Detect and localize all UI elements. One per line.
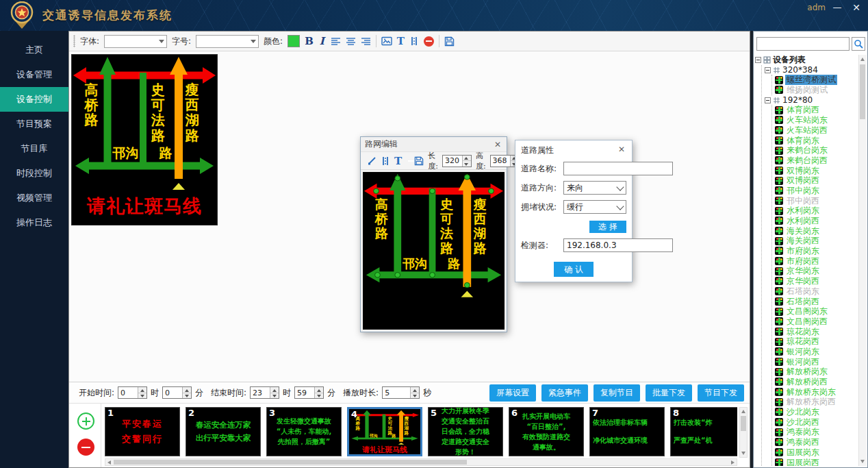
dialog-titlebar[interactable]: 道路属性 ✕	[521, 145, 626, 156]
road-tool-button[interactable]	[409, 36, 419, 46]
spinner-arrows[interactable]	[410, 387, 419, 398]
align-center-button[interactable]	[346, 37, 356, 46]
tree-device-item[interactable]: 琼花岗东	[772, 327, 858, 337]
scroll-up-icon[interactable]	[860, 58, 865, 61]
tree-device-item[interactable]: 邗中岗西	[772, 196, 858, 206]
editor-canvas[interactable]: 高桥路 史可法路 瘦西湖路 邗沟 路 请礼让斑马线	[363, 172, 505, 330]
tree-root-row[interactable]: 设备列表	[755, 55, 858, 65]
select-detector-button[interactable]: 选 择	[589, 221, 626, 233]
tree-device-item[interactable]: 体育岗西	[772, 105, 858, 115]
font-size-select[interactable]	[196, 35, 259, 48]
start-minute-spinner[interactable]: 0	[162, 386, 192, 399]
italic-button[interactable]: I	[318, 35, 326, 47]
delete-button[interactable]	[424, 36, 434, 47]
save-button[interactable]	[414, 156, 424, 166]
sidebar-item[interactable]: 设备控制	[0, 87, 68, 112]
road-name-input[interactable]	[563, 162, 673, 175]
tree-device-item[interactable]: 邗中岗东	[772, 186, 858, 196]
program-thumbnail[interactable]: 8 打击改装“炸严查严处“机	[670, 407, 737, 456]
tree-device-item[interactable]: 维扬岗测试	[772, 85, 858, 95]
tree-device-item[interactable]: 水利岗东	[772, 206, 858, 216]
tree-device-item[interactable]: 螺丝湾桥测试	[772, 75, 858, 85]
playback-action-button[interactable]: 批量下发	[646, 384, 692, 402]
playback-action-button[interactable]: 复制节目	[593, 384, 640, 402]
close-icon[interactable]: ✕	[493, 140, 502, 149]
tree-device-item[interactable]: 文昌阁岗东	[772, 306, 858, 317]
bold-button[interactable]: B	[305, 35, 314, 47]
scroll-right-icon[interactable]	[731, 460, 735, 465]
vertical-scrollbar[interactable]	[739, 407, 748, 458]
confirm-button[interactable]: 确 认	[554, 262, 593, 277]
road-direction-select[interactable]: 来向	[563, 181, 626, 195]
scrollbar-thumb[interactable]	[114, 460, 467, 465]
text-tool-button[interactable]: T	[394, 155, 402, 167]
tree-group-row[interactable]: 192*80	[762, 95, 858, 106]
tree-device-item[interactable]: 京华岗西	[772, 276, 858, 286]
text-tool-button[interactable]: T	[397, 35, 405, 47]
tree-device-item[interactable]: 海关岗东	[772, 226, 858, 236]
end-minute-spinner[interactable]: 59	[294, 386, 324, 399]
color-swatch[interactable]	[288, 35, 300, 47]
program-thumbnail[interactable]: 2 春运安全连万家出行平安靠大家	[186, 407, 261, 456]
start-hour-spinner[interactable]: 0	[118, 386, 147, 399]
duration-spinner[interactable]: 5	[382, 386, 420, 399]
tree-device-item[interactable]: 石塔岗东	[772, 286, 858, 297]
scrollbar-thumb[interactable]	[741, 416, 746, 431]
program-thumbnail[interactable]: 6 扎实开展电动车“百日整治”,有效预防道路交通事故。	[509, 407, 584, 456]
tree-device-item[interactable]: 沙北岗西	[772, 417, 858, 428]
tree-device-item[interactable]: 市府岗东	[772, 246, 858, 256]
tree-device-item[interactable]: 鸿泰岗西	[772, 437, 858, 447]
tree-device-item[interactable]: 国展岗西	[772, 458, 858, 467]
collapse-icon[interactable]	[765, 67, 771, 73]
tree-device-item[interactable]: 双博岗西	[772, 175, 858, 186]
tree-device-item[interactable]: 水利岗西	[772, 216, 858, 226]
save-button[interactable]	[444, 36, 455, 47]
tree-device-item[interactable]: 京华岗东	[772, 266, 858, 276]
tree-device-item[interactable]: 体育岗东	[772, 136, 858, 146]
scroll-left-icon[interactable]	[107, 460, 111, 465]
tree-device-item[interactable]: 石塔岗西	[772, 297, 858, 307]
tree-device-item[interactable]: 沙北岗东	[772, 407, 858, 417]
tree-device-item[interactable]: 火车站岗西	[772, 125, 858, 136]
scroll-down-icon[interactable]	[741, 452, 745, 455]
close-icon[interactable]: ✕	[617, 145, 626, 156]
search-button[interactable]	[852, 37, 865, 51]
end-hour-spinner[interactable]: 23	[250, 386, 279, 399]
tree-device-item[interactable]: 琼花岗西	[772, 336, 858, 347]
font-family-select[interactable]	[104, 35, 167, 48]
program-thumbnail[interactable]: 3 发生轻微交通事故“人未伤，车能动,先拍照，后撤离”	[266, 407, 342, 456]
tree-device-item[interactable]: 银河岗东	[772, 347, 858, 357]
tree-device-item[interactable]: 解放桥东岗东	[772, 387, 858, 397]
tree-device-item[interactable]: 解放桥岗西	[772, 377, 858, 387]
align-right-button[interactable]	[361, 37, 371, 46]
spinner-arrows[interactable]	[462, 156, 471, 167]
tree-device-item[interactable]: 来鹤台岗东	[772, 145, 858, 156]
draw-line-button[interactable]	[368, 156, 376, 165]
minimize-button[interactable]: —	[831, 1, 843, 14]
spinner-arrows[interactable]	[138, 387, 146, 398]
program-thumbnail[interactable]: 5 大力开展秋冬季交通安全整治百日会战，全力稳定道路交通安全形势！	[428, 407, 503, 456]
tree-device-item[interactable]: 银河岗西	[772, 357, 858, 367]
close-button[interactable]: ✕	[850, 1, 863, 14]
spinner-arrows[interactable]	[314, 387, 323, 398]
length-spinner[interactable]: 320	[442, 155, 472, 167]
user-name[interactable]: adm	[807, 3, 826, 12]
playback-action-button[interactable]: 屏幕设置	[489, 384, 536, 402]
sidebar-item[interactable]: 时段控制	[0, 161, 68, 186]
dialog-titlebar[interactable]: 路网编辑 ✕	[361, 137, 507, 151]
remove-program-button[interactable]	[77, 439, 94, 456]
spinner-arrows[interactable]	[182, 387, 191, 398]
sidebar-item[interactable]: 节目库	[0, 136, 68, 161]
tree-device-item[interactable]: 解放桥东岗西	[772, 397, 858, 407]
tree-device-item[interactable]: 解放桥岗东	[772, 367, 858, 377]
scroll-up-icon[interactable]	[741, 410, 745, 413]
tree-device-item[interactable]: 双博岗东	[772, 166, 858, 176]
spinner-arrows[interactable]	[270, 387, 279, 398]
sidebar-item[interactable]: 主页	[0, 38, 68, 62]
playback-action-button[interactable]: 节目下发	[698, 384, 744, 402]
sidebar-item[interactable]: 设备管理	[0, 62, 68, 87]
program-thumbnail[interactable]: 7 依法治理非标车辆净化城市交通环境	[589, 407, 665, 456]
program-thumbnail[interactable]: 1 平安春运交警同行	[105, 407, 180, 456]
tree-device-item[interactable]: 鸿泰岗东	[772, 427, 858, 437]
sidebar-item[interactable]: 操作日志	[0, 210, 68, 235]
